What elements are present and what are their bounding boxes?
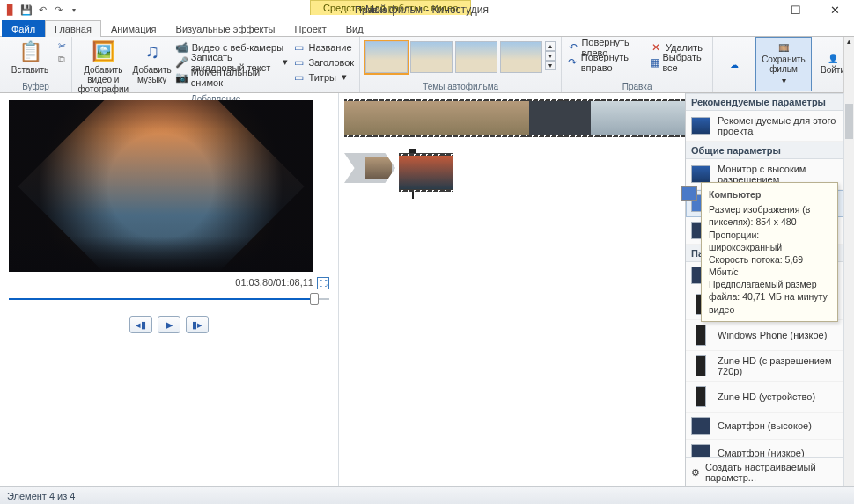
clip-thumb[interactable] <box>591 99 652 137</box>
play-button[interactable]: ▶ <box>158 316 180 333</box>
quick-access-toolbar: ▊ 💾 ↶ ↷ ▾ <box>0 3 81 17</box>
select-all-icon: ▦ <box>649 55 660 69</box>
playback-controls: ◂▮ ▶ ▮▸ <box>9 316 329 333</box>
undo-icon[interactable]: ↶ <box>35 3 49 17</box>
seek-slider[interactable] <box>9 291 329 307</box>
cut-icon[interactable]: ✂ <box>58 40 66 52</box>
computer-icon <box>681 186 697 201</box>
ribbon-tabs: Файл Главная Анимация Визуальные эффекты… <box>0 19 854 37</box>
ribbon-group-add: 🖼️ Добавить видео и фотографии ♫ Добавит… <box>72 37 360 92</box>
theme-gallery-icon[interactable]: ▾ <box>545 61 556 70</box>
maximize-button[interactable]: ☐ <box>777 0 815 19</box>
clip-thumb[interactable] <box>344 99 406 137</box>
clip-thumb[interactable] <box>399 153 453 192</box>
dropdown-scrollbar[interactable] <box>843 93 854 486</box>
tab-file[interactable]: Файл <box>2 20 45 37</box>
monitor-icon <box>691 117 710 135</box>
theme-scroll-down-icon[interactable]: ▾ <box>545 51 556 61</box>
add-music-button[interactable]: ♫ Добавить музыку <box>133 39 172 84</box>
group-label-edit: Правка <box>567 82 707 92</box>
theme-thumb[interactable] <box>365 41 408 73</box>
user-icon: 👤 <box>828 54 838 63</box>
group-label-buffer: Буфер <box>5 82 66 92</box>
header-icon: ▭ <box>291 55 306 69</box>
add-video-button[interactable]: 🖼️ Добавить видео и фотографии <box>77 39 129 94</box>
preview-video[interactable] <box>9 100 313 272</box>
device-icon <box>691 417 710 435</box>
ribbon-group-edit: ↶Повернуть влево ↷Повернуть вправо ✕Удал… <box>562 37 713 92</box>
theme-scroll-up-icon[interactable]: ▴ <box>545 41 556 51</box>
rotate-right-icon: ↷ <box>567 55 578 69</box>
tooltip-line: Предполагаемый размер файла: 40,71 МБ на… <box>709 278 830 316</box>
rotate-left-icon: ↶ <box>567 40 578 55</box>
tab-view[interactable]: Вид <box>336 20 373 37</box>
rotate-right-button[interactable]: ↷Повернуть вправо <box>567 55 645 69</box>
theme-thumb[interactable] <box>410 41 453 73</box>
custom-preset-button[interactable]: ⚙Создать настраиваемый параметр... <box>686 457 854 486</box>
titles-button[interactable]: ▭Титры ▾ <box>291 69 354 84</box>
transition-thumb[interactable] <box>344 153 395 183</box>
status-bar: Элемент 4 из 4 <box>0 486 854 504</box>
signin-label: Войти <box>821 65 845 75</box>
copy-icon[interactable]: ⧉ <box>58 54 66 65</box>
ribbon-group-buffer: 📋 Вставить ✂ ⧉ Буфер <box>0 37 72 92</box>
theme-thumb[interactable] <box>455 41 497 73</box>
delete-icon: ✕ <box>649 40 663 55</box>
tab-animation[interactable]: Анимация <box>101 20 166 37</box>
minimize-button[interactable]: — <box>738 0 777 19</box>
window-controls: — ☐ ✕ <box>738 0 854 19</box>
preset-recommended[interactable]: Рекомендуемые для этого проекта <box>686 111 854 142</box>
phone-icon <box>696 325 706 346</box>
tooltip-line: Размер изображения (в пикселях): 854 x 4… <box>709 203 830 228</box>
snapshot-button[interactable]: 📷Моментальный снимок <box>175 69 289 84</box>
tab-effects[interactable]: Визуальные эффекты <box>166 20 285 37</box>
music-icon: ♫ <box>140 40 165 63</box>
clip-thumb[interactable] <box>467 99 529 137</box>
tab-edit[interactable]: Правка <box>345 1 397 18</box>
camera-icon: 📷 <box>175 70 188 84</box>
paste-button[interactable]: 📋 Вставить <box>5 39 55 75</box>
paste-label: Вставить <box>11 65 48 75</box>
next-frame-button[interactable]: ▮▸ <box>186 316 209 333</box>
group-label-themes: Темы автофильма <box>365 82 556 92</box>
ribbon-collapse-icon[interactable]: ▴ <box>843 37 854 93</box>
preset-zune-720[interactable]: Zune HD (с разрешением 720p) <box>686 351 854 382</box>
status-text: Элемент 4 из 4 <box>7 491 75 501</box>
preset-wp-low[interactable]: Windows Phone (низкое) <box>686 320 854 351</box>
header-button[interactable]: ▭Заголовок <box>291 55 354 69</box>
preset-smart-high[interactable]: Смартфон (высокое) <box>686 413 854 440</box>
monitor-icon <box>691 165 710 183</box>
mic-icon: 🎤 <box>175 55 188 69</box>
clip-thumb[interactable] <box>406 99 467 137</box>
save-movie-button[interactable]: 🎞️ Сохранить фильм▾ <box>755 37 812 91</box>
tooltip-line: Пропорции: широкоэкранный <box>709 229 830 253</box>
qat-dropdown-icon[interactable]: ▾ <box>67 3 81 17</box>
ribbon-group-share: ☁ 🎞️ Сохранить фильм▾ 👤 Войти <box>713 37 854 92</box>
tab-project[interactable]: Проект <box>284 20 335 37</box>
onedrive-button[interactable]: ☁ <box>713 37 755 91</box>
fullscreen-icon[interactable]: ⛶ <box>317 277 329 289</box>
save-icon[interactable]: 💾 <box>19 3 33 17</box>
film-icon: 🎞️ <box>778 43 789 53</box>
select-all-button[interactable]: ▦Выбрать все <box>649 55 707 69</box>
clipboard-icon: 📋 <box>18 40 42 63</box>
add-video-label: Добавить видео и фотографии <box>77 65 129 94</box>
photo-icon: 🖼️ <box>91 40 115 63</box>
tooltip-title: Компьютер <box>709 188 830 201</box>
clip-thumb[interactable] <box>529 99 591 137</box>
app-icon: ▊ <box>4 3 18 17</box>
tooltip: Компьютер Размер изображения (в пикселях… <box>701 182 838 322</box>
prev-frame-button[interactable]: ◂▮ <box>129 316 152 333</box>
cloud-icon: ☁ <box>730 60 739 69</box>
tooltip-line: Скорость потока: 5,69 Мбит/с <box>709 253 830 278</box>
redo-icon[interactable]: ↷ <box>51 3 65 17</box>
theme-thumb[interactable] <box>500 41 542 73</box>
tab-home[interactable]: Главная <box>45 20 101 37</box>
webcam-icon: 📹 <box>175 40 189 55</box>
dropdown-section-header: Рекомендуемые параметры <box>686 93 854 111</box>
preset-zune-dev[interactable]: Zune HD (устройство) <box>686 382 854 413</box>
phone-icon <box>696 386 706 407</box>
close-button[interactable]: ✕ <box>815 0 854 19</box>
name-button[interactable]: ▭Название <box>291 40 354 55</box>
dropdown-section-header: Общие параметры <box>686 142 854 159</box>
